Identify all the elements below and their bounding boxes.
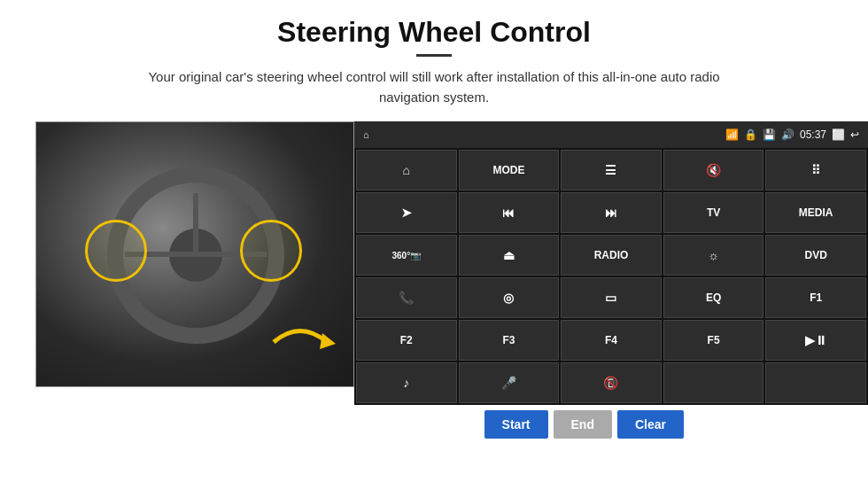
svg-marker-0 [320,333,336,349]
cell-tv[interactable]: TV [663,192,764,233]
mute-icon: 🔇 [706,163,721,177]
nav-icon: ➤ [401,206,412,220]
cell-phone[interactable]: 📞 [356,277,457,318]
lock-icon: 🔒 [744,128,757,141]
phone-icon: 📞 [399,291,414,305]
cell-mic[interactable]: 🎤 [459,362,560,403]
prev-icon: ⏮ [502,206,515,220]
cell-f2[interactable]: F2 [356,320,457,361]
cell-eject[interactable]: ⏏ [459,235,560,276]
music-icon: ♪ [403,376,409,390]
screen-icon: ⬜ [832,128,845,141]
cell-music[interactable]: ♪ [356,362,457,403]
cell-radio[interactable]: RADIO [561,235,662,276]
start-button[interactable]: Start [484,410,548,439]
cell-dvd[interactable]: DVD [765,235,866,276]
hangup-icon: 📵 [603,376,618,390]
end-button[interactable]: End [554,410,612,439]
cell-mode[interactable]: MODE [459,150,560,190]
arrow-icon [265,315,336,369]
cell-rect[interactable]: ▭ [561,277,662,318]
status-right: 📶 🔒 💾 🔊 05:37 ⬜ ↩ [725,128,859,141]
title-divider [416,54,452,57]
list-icon: ☰ [605,163,616,177]
cell-playpause[interactable]: ▶⏸ [765,320,866,361]
bt-icon: 🔊 [781,128,794,141]
brightness-icon: ☼ [708,248,719,262]
page-title: Steering Wheel Control [277,16,591,49]
control-grid: ⌂ MODE ☰ 🔇 ⠿ ➤ ⏮ ⏭ TV MEDIA 360°📷 ⏏ RADI… [354,148,868,405]
cell-brightness[interactable]: ☼ [663,235,764,276]
steering-wheel-image [35,121,354,387]
cell-list[interactable]: ☰ [561,150,662,190]
cell-swipe[interactable]: ◎ [459,277,560,318]
wifi-icon: 📶 [725,128,739,141]
time-display: 05:37 [800,128,826,141]
cell-nav[interactable]: ➤ [356,192,457,233]
mic-icon: 🎤 [501,376,516,390]
swipe-icon: ◎ [503,291,514,305]
cell-360cam[interactable]: 360°📷 [356,235,457,276]
status-left: ⌂ [363,129,369,140]
home-icon: ⌂ [403,163,410,177]
cell-empty1 [663,362,764,403]
head-unit-panel: ⌂ 📶 🔒 💾 🔊 05:37 ⬜ ↩ ⌂ MODE ☰ 🔇 [354,121,868,405]
cell-mute[interactable]: 🔇 [663,150,764,190]
home-status-icon: ⌂ [363,129,369,140]
next-icon: ⏭ [605,206,617,220]
status-bar: ⌂ 📶 🔒 💾 🔊 05:37 ⬜ ↩ [354,121,868,148]
cell-hangup[interactable]: 📵 [561,362,662,403]
eject-icon: ⏏ [503,248,515,262]
cell-next[interactable]: ⏭ [561,192,662,233]
cell-media[interactable]: MEDIA [765,192,866,233]
rect-icon: ▭ [605,291,616,305]
apps-icon: ⠿ [811,163,820,177]
cell-empty2 [765,362,866,403]
cell-f1[interactable]: F1 [765,277,866,318]
cell-home[interactable]: ⌂ [356,150,457,190]
page-subtitle: Your original car's steering wheel contr… [133,67,735,107]
clear-button[interactable]: Clear [617,410,684,439]
cell-f4[interactable]: F4 [561,320,662,361]
cell-prev[interactable]: ⏮ [459,192,560,233]
cell-f5[interactable]: F5 [663,320,764,361]
cell-apps[interactable]: ⠿ [765,150,866,190]
back-icon: ↩ [850,128,859,141]
playpause-icon: ▶⏸ [805,333,827,347]
sd-icon: 💾 [763,128,776,141]
cam360-icon: 360°📷 [391,251,421,260]
bottom-bar: Start End Clear [177,405,691,444]
cell-f3[interactable]: F3 [459,320,560,361]
cell-eq[interactable]: EQ [663,277,764,318]
